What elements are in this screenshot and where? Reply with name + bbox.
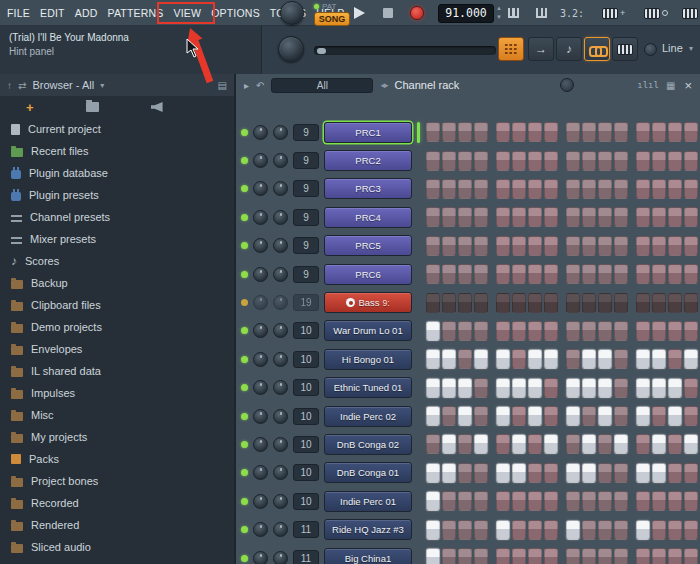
- step-cell[interactable]: [544, 207, 558, 227]
- step-cell[interactable]: [614, 463, 628, 483]
- step-cell[interactable]: [528, 264, 542, 284]
- step-cell[interactable]: [426, 264, 440, 284]
- mute-led[interactable]: [241, 129, 248, 136]
- channel-button[interactable]: Bass9:: [324, 292, 412, 313]
- step-cell[interactable]: [636, 207, 650, 227]
- play-button[interactable]: [354, 7, 365, 19]
- channel-button[interactable]: PRC6: [324, 264, 412, 285]
- step-cell[interactable]: [566, 463, 580, 483]
- step-cell[interactable]: [652, 321, 666, 341]
- step-cell[interactable]: [614, 378, 628, 398]
- mixer-track-number[interactable]: 11: [293, 521, 319, 538]
- browser-item[interactable]: Recent files: [0, 140, 234, 162]
- pan-knob[interactable]: [253, 380, 268, 395]
- step-cell[interactable]: [566, 236, 580, 256]
- step-cell[interactable]: [474, 378, 488, 398]
- step-cell[interactable]: [512, 548, 526, 564]
- step-cell[interactable]: [512, 349, 526, 369]
- step-cell[interactable]: [496, 378, 510, 398]
- step-cell[interactable]: [458, 491, 472, 511]
- step-cell[interactable]: [544, 548, 558, 564]
- step-cell[interactable]: [598, 236, 612, 256]
- step-cell[interactable]: [426, 520, 440, 540]
- step-cell[interactable]: [566, 349, 580, 369]
- step-cell[interactable]: [636, 378, 650, 398]
- step-cell[interactable]: [544, 434, 558, 454]
- channel-button[interactable]: PRC5: [324, 235, 412, 256]
- pan-knob[interactable]: [253, 323, 268, 338]
- step-cell[interactable]: [442, 264, 456, 284]
- browser-item[interactable]: Plugin presets: [0, 184, 234, 206]
- browser-item[interactable]: Current project: [0, 118, 234, 140]
- swing-knob[interactable]: [560, 78, 574, 92]
- step-cell[interactable]: [458, 463, 472, 483]
- step-cell[interactable]: [598, 434, 612, 454]
- step-cell[interactable]: [582, 548, 596, 564]
- mixer-track-number[interactable]: 11: [293, 550, 319, 564]
- step-cell[interactable]: [474, 122, 488, 142]
- step-cell[interactable]: [652, 406, 666, 426]
- step-cell[interactable]: [566, 122, 580, 142]
- browser-item[interactable]: Demo projects: [0, 316, 234, 338]
- tempo-spinner[interactable]: ▲▼: [496, 4, 502, 22]
- piano-roll-icon[interactable]: +: [602, 6, 625, 20]
- mute-led[interactable]: [241, 469, 248, 476]
- step-cell[interactable]: [684, 236, 698, 256]
- snap-knob[interactable]: [644, 43, 657, 56]
- step-cell[interactable]: [614, 179, 628, 199]
- step-cell[interactable]: [442, 491, 456, 511]
- step-cell[interactable]: [684, 548, 698, 564]
- step-cell[interactable]: [474, 264, 488, 284]
- volume-knob[interactable]: [273, 551, 288, 564]
- step-cell[interactable]: [496, 179, 510, 199]
- step-cell[interactable]: [652, 434, 666, 454]
- shuffle-slider[interactable]: [314, 46, 496, 55]
- step-cell[interactable]: [668, 179, 682, 199]
- step-cell[interactable]: [512, 122, 526, 142]
- pan-knob[interactable]: [253, 295, 268, 310]
- swap-arrows-icon[interactable]: ⇄: [18, 80, 26, 91]
- step-cell[interactable]: [668, 321, 682, 341]
- step-cell[interactable]: [614, 349, 628, 369]
- step-cell[interactable]: [636, 151, 650, 171]
- step-cell[interactable]: [496, 321, 510, 341]
- step-cell[interactable]: [474, 520, 488, 540]
- add-tab-icon[interactable]: +: [26, 100, 34, 115]
- step-cell[interactable]: [442, 151, 456, 171]
- step-cell[interactable]: [652, 179, 666, 199]
- step-cell[interactable]: [442, 548, 456, 564]
- mute-led[interactable]: [241, 526, 248, 533]
- step-cell[interactable]: [442, 378, 456, 398]
- channel-button[interactable]: PRC3: [324, 178, 412, 199]
- step-cell[interactable]: [442, 122, 456, 142]
- step-cell[interactable]: [582, 264, 596, 284]
- step-cell[interactable]: [528, 236, 542, 256]
- step-cell[interactable]: [458, 349, 472, 369]
- step-cell[interactable]: [684, 264, 698, 284]
- pan-knob[interactable]: [253, 409, 268, 424]
- channel-button[interactable]: Ethnic Tuned 01: [324, 377, 412, 398]
- step-cell[interactable]: [668, 520, 682, 540]
- step-cell[interactable]: [512, 264, 526, 284]
- step-cell[interactable]: [458, 293, 472, 313]
- step-cell[interactable]: [528, 406, 542, 426]
- playlist-icon[interactable]: [536, 6, 547, 20]
- mute-led[interactable]: [241, 356, 248, 363]
- step-cell[interactable]: [566, 207, 580, 227]
- step-cell[interactable]: [566, 548, 580, 564]
- step-cell[interactable]: [442, 463, 456, 483]
- mixer-track-number[interactable]: 10: [293, 379, 319, 396]
- step-cell[interactable]: [528, 548, 542, 564]
- step-cell[interactable]: [684, 321, 698, 341]
- step-cell[interactable]: [652, 520, 666, 540]
- mute-led[interactable]: [241, 214, 248, 221]
- step-cell[interactable]: [442, 207, 456, 227]
- grid-view-icon[interactable]: ▦: [666, 80, 675, 91]
- step-cell[interactable]: [544, 491, 558, 511]
- step-cell[interactable]: [668, 293, 682, 313]
- undo-icon[interactable]: ↶: [256, 80, 264, 91]
- step-cell[interactable]: [458, 236, 472, 256]
- step-cell[interactable]: [636, 179, 650, 199]
- mute-led[interactable]: [241, 185, 248, 192]
- mute-led[interactable]: [241, 384, 248, 391]
